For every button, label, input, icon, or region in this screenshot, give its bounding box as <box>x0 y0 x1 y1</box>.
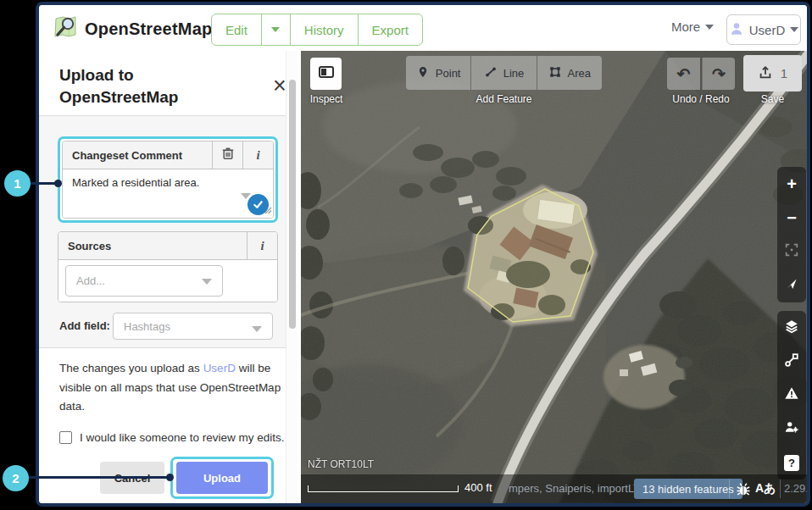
sources-add-input[interactable]: Add... <box>65 265 223 297</box>
changeset-form-panel: Changeset Comment <box>39 115 286 348</box>
comment-highlight-frame: Changeset Comment <box>58 136 278 223</box>
sources-card-header: Sources i <box>58 232 277 260</box>
resize-handle[interactable] <box>264 202 272 218</box>
frame-target-icon <box>784 242 799 261</box>
add-feature-group: Point Line Area <box>406 56 602 90</box>
chevron-down-icon <box>790 27 798 32</box>
notice-text: The changes you upload as <box>59 362 203 374</box>
upload-icon <box>758 64 773 83</box>
point-icon <box>416 65 430 81</box>
bug-report-icon[interactable] <box>735 480 752 501</box>
chevron-down-icon <box>271 27 280 32</box>
map-canvas[interactable]: Inspect Point Line Area Add Feat <box>301 51 807 503</box>
layers-button[interactable] <box>777 311 806 345</box>
annotation-dot-1 <box>54 180 62 187</box>
area-icon <box>548 65 562 81</box>
brand-title: OpenStreetMap <box>85 19 212 39</box>
chevron-down-icon[interactable] <box>202 279 212 285</box>
add-field-row: Add field: Hashtags <box>59 313 280 340</box>
warning-icon <box>784 385 799 404</box>
review-checkbox[interactable] <box>59 431 72 444</box>
attribution-text: mpers, Snaiperis, importLT <box>509 482 640 495</box>
navigation-arrow-icon <box>785 277 798 294</box>
undo-icon: ↶ <box>677 64 691 84</box>
review-row: I would like someone to review my edits. <box>59 431 285 444</box>
issues-button[interactable] <box>777 379 806 413</box>
review-label: I would like someone to review my edits. <box>80 431 285 444</box>
upload-notice: The changes you upload as UserD will be … <box>59 359 283 417</box>
preferences-button[interactable] <box>777 412 806 446</box>
sidebar-scrollbar[interactable] <box>286 51 298 503</box>
annotation-line-1 <box>28 182 56 185</box>
point-button[interactable]: Point <box>406 56 471 90</box>
user-settings-icon <box>784 419 799 438</box>
more-label: More <box>671 19 700 34</box>
hidden-features-badge[interactable]: 13 hidden features <box>634 479 742 499</box>
inspect-icon <box>318 64 335 84</box>
annotation-line-2 <box>26 476 169 479</box>
annotation-dot-2 <box>166 474 174 481</box>
sources-card: Sources i Add... <box>58 231 278 302</box>
scale-label: 400 ft <box>464 481 492 494</box>
panel-title: Upload to OpenStreetMap <box>59 64 212 108</box>
close-icon[interactable]: × <box>273 75 286 97</box>
edit-button[interactable]: Edit <box>212 14 262 45</box>
user-label: UserD <box>749 23 786 37</box>
inspect-label: Inspect <box>301 93 352 105</box>
footer-divider <box>780 480 781 498</box>
comment-textarea[interactable]: Marked a residential area. <box>63 169 273 219</box>
map-footer-bar: 400 ft mpers, Snaiperis, importLT 13 hid… <box>301 474 807 503</box>
line-label: Line <box>503 67 525 80</box>
annotation-badge-2: 2 <box>3 465 29 491</box>
upload-sidebar: Upload to OpenStreetMap × Changeset Comm… <box>39 51 301 503</box>
top-header: OpenStreetMap Edit History Export More U… <box>39 5 807 51</box>
scale-bar <box>308 485 459 492</box>
geolocate-button[interactable] <box>777 269 806 302</box>
edit-dropdown-button[interactable] <box>262 14 291 45</box>
sources-card-title: Sources <box>58 232 247 259</box>
user-menu[interactable]: UserD <box>726 14 801 45</box>
export-button[interactable]: Export <box>359 14 422 45</box>
line-icon <box>484 65 498 81</box>
layers-icon <box>784 319 799 337</box>
save-button[interactable]: 1 <box>743 55 802 91</box>
scrollbar-thumb[interactable] <box>289 80 296 329</box>
info-icon: i <box>256 148 259 163</box>
undo-button[interactable]: ↶ <box>667 58 700 90</box>
add-field-combo[interactable]: Hashtags <box>113 313 273 340</box>
comment-card-header: Changeset Comment <box>63 141 273 169</box>
app-window: OpenStreetMap Edit History Export More U… <box>36 2 810 507</box>
minus-icon: − <box>787 209 797 226</box>
zoom-out-button[interactable]: − <box>777 201 806 235</box>
comment-card-title: Changeset Comment <box>63 141 212 169</box>
zoom-to-selection-button[interactable] <box>777 235 806 269</box>
aerial-imagery <box>301 51 807 503</box>
chevron-down-icon[interactable] <box>252 326 262 332</box>
redo-button[interactable]: ↷ <box>702 58 735 90</box>
more-menu[interactable]: More <box>671 19 714 34</box>
plus-icon: + <box>787 175 797 192</box>
comment-value: Marked a residential area. <box>72 176 199 189</box>
map-data-button[interactable] <box>777 345 806 379</box>
info-button[interactable]: i <box>247 232 277 259</box>
brand[interactable]: OpenStreetMap <box>53 14 212 43</box>
upload-button[interactable]: Upload <box>176 462 268 494</box>
info-button[interactable]: i <box>242 141 273 169</box>
line-button[interactable]: Line <box>471 56 537 90</box>
inspect-button[interactable] <box>310 58 342 90</box>
annotation-badge-1: 1 <box>4 170 31 197</box>
delete-field-button[interactable] <box>212 141 242 169</box>
add-field-placeholder: Hashtags <box>114 320 170 333</box>
user-icon <box>729 21 744 39</box>
imagery-source-label: NŽT ORT10LT <box>308 458 374 470</box>
sources-body: Add... <box>58 260 277 302</box>
user-link[interactable]: UserD <box>203 362 236 374</box>
map-panel-controls: ? <box>777 311 806 480</box>
save-label: Save <box>743 93 802 105</box>
translate-icon[interactable]: Aあ <box>755 481 776 496</box>
area-button[interactable]: Area <box>537 56 602 90</box>
history-button[interactable]: History <box>291 14 359 45</box>
zoom-in-button[interactable]: + <box>777 167 806 201</box>
undo-redo-label: Undo / Redo <box>659 93 743 105</box>
redo-icon: ↷ <box>712 64 726 84</box>
